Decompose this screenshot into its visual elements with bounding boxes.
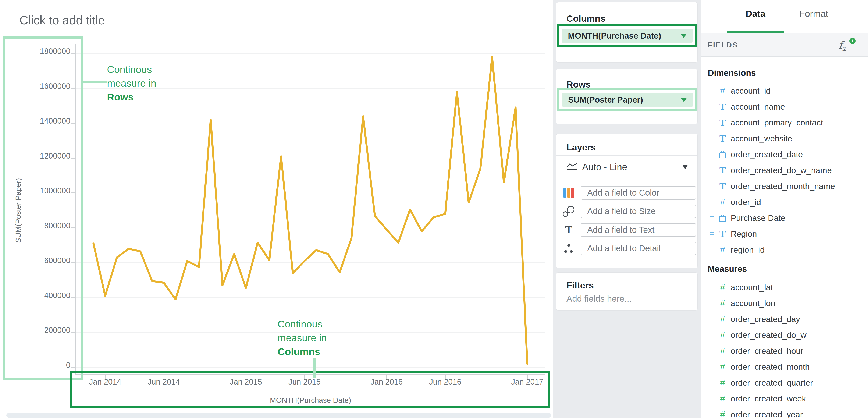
hash-icon-green: # <box>720 314 725 324</box>
field-label: Purchase Date <box>731 213 785 223</box>
dimensions-list: #account_idTaccount_nameTaccount_primary… <box>702 83 868 258</box>
columns-pill[interactable]: MONTH(Purchase Date) <box>562 29 693 43</box>
fields-header: FIELDS fx + <box>702 33 868 57</box>
field-item-order_id[interactable]: #order_id <box>702 194 868 210</box>
chevron-down-icon[interactable] <box>681 98 687 102</box>
text-icon: T <box>719 229 726 239</box>
field-label: account_name <box>731 102 785 112</box>
hash-icon-green: # <box>720 298 725 308</box>
field-item-order_created_quarter[interactable]: #order_created_quarter <box>702 375 868 391</box>
dimensions-heading: Dimensions <box>708 68 756 78</box>
columns-pill-label: MONTH(Purchase Date) <box>568 31 681 40</box>
rows-annotation-rectangle <box>3 36 83 380</box>
chevron-down-icon[interactable] <box>683 165 688 169</box>
hash-icon-green: # <box>720 282 725 293</box>
chart-canvas: Click to add title 020000040000060000080… <box>0 0 553 418</box>
field-drop-input[interactable]: Add a field to Color <box>581 186 696 200</box>
text-icon: T <box>719 102 726 112</box>
rows-pill[interactable]: SUM(Poster Paper) <box>562 93 693 107</box>
horizontal-scrollbar[interactable] <box>6 413 551 418</box>
field-item-order_created_month_name[interactable]: Torder_created_month_name <box>702 178 868 194</box>
calculated-equals-icon: = <box>707 214 717 222</box>
hash-icon-green: # <box>720 330 725 340</box>
field-icon-wrap: # <box>717 298 728 308</box>
fields-header-label: FIELDS <box>708 41 738 49</box>
field-item-account_lon[interactable]: #account_lon <box>702 295 868 311</box>
field-drop-input[interactable]: Add a field to Detail <box>581 242 696 255</box>
columns-annotation-connector <box>313 358 315 378</box>
field-label: order_created_quarter <box>731 378 813 387</box>
note-line: measure in <box>278 331 327 345</box>
layer-type-dropdown[interactable]: Auto - Line <box>556 156 698 178</box>
layer-slot-row: TAdd a field to Text <box>556 221 698 239</box>
field-item-Purchase Date[interactable]: =Purchase Date <box>702 210 868 226</box>
filters-shelf: Filters Add fields here... <box>556 272 698 310</box>
slot-icon-wrap: T <box>556 225 581 235</box>
field-label: order_created_do_w <box>731 330 807 340</box>
layer-slot-row: Add a field to Detail <box>556 239 698 258</box>
field-label: Region <box>731 229 757 239</box>
field-icon-wrap: # <box>717 346 728 356</box>
field-label: order_created_day <box>731 315 800 324</box>
field-item-account_id[interactable]: #account_id <box>702 83 868 99</box>
field-item-order_created_week[interactable]: #order_created_week <box>702 391 868 407</box>
chevron-down-icon[interactable] <box>681 34 687 38</box>
field-item-order_created_do_w[interactable]: #order_created_do_w <box>702 327 868 343</box>
columns-shelf: Columns MONTH(Purchase Date) <box>556 2 698 62</box>
field-icon-wrap: T <box>717 165 728 175</box>
columns-annotation-rectangle <box>70 371 550 408</box>
field-item-account_lat[interactable]: #account_lat <box>702 279 868 295</box>
field-item-account_primary_contact[interactable]: Taccount_primary_contact <box>702 115 868 130</box>
field-drop-input[interactable]: Add a field to Size <box>581 205 696 218</box>
slot-icon-wrap <box>556 188 581 198</box>
field-item-order_created_do_w_name[interactable]: Torder_created_do_w_name <box>702 162 868 178</box>
field-item-account_website[interactable]: Taccount_website <box>702 130 868 147</box>
field-icon-wrap: # <box>717 282 728 293</box>
field-icon-wrap: # <box>717 409 728 418</box>
field-icon-wrap: # <box>717 245 728 255</box>
color-bars-icon <box>563 188 574 198</box>
rows-annotation-note: Continous measure in Rows <box>107 62 156 104</box>
field-icon-wrap: # <box>717 362 728 372</box>
rows-shelf: Rows SUM(Poster Paper) <box>556 69 698 124</box>
field-label: order_id <box>731 198 761 207</box>
field-label: account_lat <box>731 283 773 292</box>
columns-pill-annotation-box: MONTH(Purchase Date) <box>557 24 697 47</box>
text-icon: T <box>719 118 726 128</box>
field-drop-input[interactable]: Add a field to Text <box>581 223 696 237</box>
field-icon-wrap: T <box>717 133 728 144</box>
note-line: Continous <box>278 317 327 331</box>
hash-icon: # <box>720 245 725 255</box>
tab-data[interactable]: Data <box>732 8 779 19</box>
tab-format[interactable]: Format <box>790 8 837 19</box>
divider <box>702 258 868 258</box>
field-item-order_created_date[interactable]: order_created_date <box>702 147 868 162</box>
hash-icon-green: # <box>720 409 725 418</box>
measures-list: #account_lat#account_lon#order_created_d… <box>702 279 868 418</box>
field-item-order_created_month[interactable]: #order_created_month <box>702 359 868 375</box>
columns-annotation-note: Continous measure in Columns <box>278 317 327 358</box>
shelf-panel: Columns MONTH(Purchase Date) Rows SUM(Po… <box>553 0 701 418</box>
field-item-order_created_year[interactable]: #order_created_year <box>702 407 868 418</box>
field-label: order_created_month <box>731 362 810 371</box>
field-item-region_id[interactable]: #region_id <box>702 242 868 258</box>
field-icon-wrap: # <box>717 378 728 388</box>
slot-icon-wrap <box>556 243 581 253</box>
field-item-Region[interactable]: =TRegion <box>702 226 868 242</box>
field-icon-wrap: # <box>717 330 728 340</box>
slot-placeholder: Add a field to Size <box>587 206 655 216</box>
text-icon: T <box>719 181 726 191</box>
field-label: order_created_do_w_name <box>731 166 832 175</box>
add-calculated-field-button[interactable]: fx + <box>839 38 856 53</box>
filters-drop-area[interactable]: Add fields here... <box>566 294 632 304</box>
field-item-order_created_hour[interactable]: #order_created_hour <box>702 343 868 359</box>
field-item-order_created_day[interactable]: #order_created_day <box>702 311 868 327</box>
slot-placeholder: Add a field to Text <box>587 225 654 235</box>
slot-placeholder: Add a field to Color <box>587 188 659 198</box>
slot-icon-wrap <box>556 206 581 217</box>
field-icon-wrap: # <box>717 197 728 207</box>
field-label: order_created_month_name <box>731 182 835 191</box>
field-item-account_name[interactable]: Taccount_name <box>702 99 868 115</box>
field-label: order_created_date <box>731 150 803 159</box>
filters-heading: Filters <box>566 280 594 291</box>
